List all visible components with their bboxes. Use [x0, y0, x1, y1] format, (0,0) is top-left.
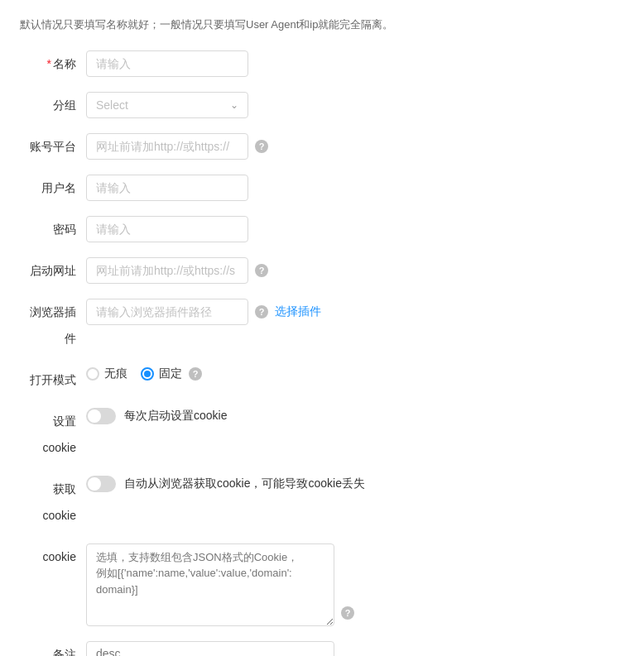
name-row: *名称 [20, 50, 624, 77]
radio-fixed[interactable]: 固定 [141, 366, 182, 381]
remarks-textarea[interactable] [86, 641, 334, 656]
password-row: 密码 [20, 216, 624, 242]
remarks-label: 备注 [20, 641, 86, 656]
get-cookie-row: 获取cookie 自动从浏览器获取cookie，可能导致cookie丢失 [20, 476, 624, 529]
start-url-row: 启动网址 ? [20, 257, 624, 284]
cookie-help-icon[interactable]: ? [341, 606, 354, 620]
remarks-row: 备注 [20, 641, 624, 656]
start-url-help-icon[interactable]: ? [255, 264, 268, 277]
browser-plugin-content: ? 选择插件 [86, 299, 624, 325]
get-cookie-content: 自动从浏览器获取cookie，可能导致cookie丢失 [86, 476, 624, 492]
set-cookie-toggle[interactable] [86, 408, 116, 424]
radio-traceless-label: 无痕 [104, 366, 127, 381]
select-plugin-button[interactable]: 选择插件 [275, 304, 321, 319]
open-mode-help-icon[interactable]: ? [189, 367, 202, 381]
account-platform-help-icon[interactable]: ? [255, 140, 268, 153]
browser-plugin-row: 浏览器插件 ? 选择插件 [20, 299, 624, 352]
set-cookie-toggle-wrapper: 每次启动设置cookie [86, 408, 227, 424]
name-content [86, 50, 624, 77]
group-label: 分组 [20, 92, 86, 118]
name-input[interactable] [86, 50, 248, 77]
set-cookie-content: 每次启动设置cookie [86, 408, 624, 424]
group-select[interactable]: Select ⌄ [86, 92, 248, 118]
group-content: Select ⌄ [86, 92, 624, 118]
get-cookie-label: 获取cookie [20, 476, 86, 529]
start-url-content: ? [86, 257, 624, 284]
start-url-label: 启动网址 [20, 257, 86, 284]
radio-fixed-circle [141, 367, 154, 381]
cookie-textarea[interactable] [86, 543, 334, 626]
cookie-textarea-wrapper: ? [86, 543, 334, 626]
browser-plugin-label: 浏览器插件 [20, 299, 86, 352]
group-select-value: Select [96, 98, 128, 112]
username-row: 用户名 [20, 175, 624, 201]
username-content [86, 175, 624, 201]
open-mode-content: 无痕 固定 ? [86, 366, 624, 381]
hint-text: 默认情况只要填写名称就好；一般情况只要填写User Agent和ip就能完全隔离… [20, 17, 624, 34]
cookie-row: cookie ? [20, 543, 624, 626]
start-url-input[interactable] [86, 257, 248, 284]
required-mark: * [47, 57, 51, 70]
username-label: 用户名 [20, 175, 86, 201]
get-cookie-description: 自动从浏览器获取cookie，可能导致cookie丢失 [124, 476, 365, 491]
remarks-content [86, 641, 624, 656]
cookie-content: ? [86, 543, 624, 626]
password-input[interactable] [86, 216, 248, 242]
password-label: 密码 [20, 216, 86, 242]
open-mode-label: 打开模式 [20, 366, 86, 393]
account-platform-label: 账号平台 [20, 133, 86, 160]
password-content [86, 216, 624, 242]
browser-plugin-help-icon[interactable]: ? [255, 305, 268, 318]
account-platform-row: 账号平台 ? [20, 133, 624, 160]
set-cookie-row: 设置cookie 每次启动设置cookie [20, 408, 624, 461]
get-cookie-toggle[interactable] [86, 476, 116, 492]
radio-fixed-label: 固定 [159, 366, 182, 381]
set-cookie-description: 每次启动设置cookie [124, 409, 227, 424]
set-cookie-label: 设置cookie [20, 408, 86, 461]
radio-traceless[interactable]: 无痕 [86, 366, 127, 381]
account-platform-input[interactable] [86, 133, 248, 160]
browser-plugin-input[interactable] [86, 299, 248, 325]
chevron-down-icon: ⌄ [230, 99, 238, 111]
open-mode-row: 打开模式 无痕 固定 ? [20, 366, 624, 393]
username-input[interactable] [86, 175, 248, 201]
name-label: *名称 [20, 50, 86, 77]
get-cookie-toggle-wrapper: 自动从浏览器获取cookie，可能导致cookie丢失 [86, 476, 365, 492]
radio-traceless-circle [86, 367, 99, 381]
account-platform-content: ? [86, 133, 624, 160]
open-mode-radio-group: 无痕 固定 [86, 366, 182, 381]
group-row: 分组 Select ⌄ [20, 92, 624, 118]
cookie-label: cookie [20, 543, 86, 570]
